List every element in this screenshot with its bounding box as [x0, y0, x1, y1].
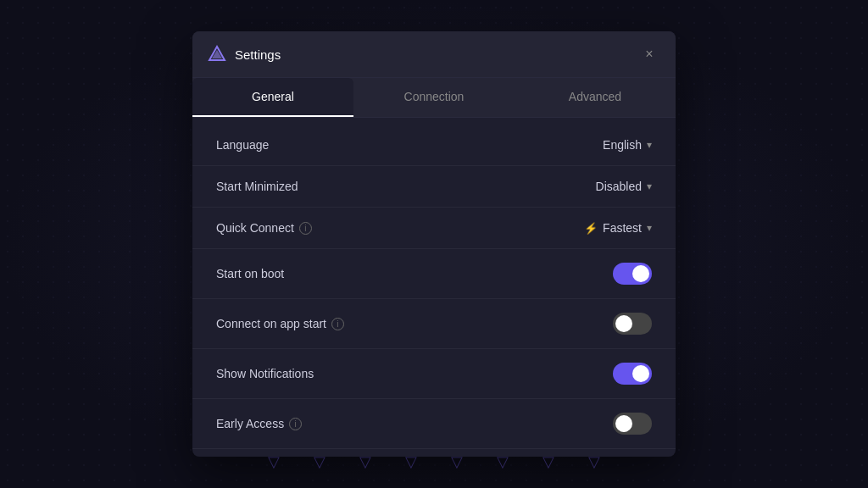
quick-connect-chevron-icon: ▾ — [647, 222, 652, 234]
tabs-bar: General Connection Advanced — [192, 78, 676, 118]
show-notifications-slider — [613, 363, 652, 385]
settings-content: Language English ▾ Start Minimized Disab… — [192, 118, 676, 457]
dialog-title-area: Settings — [208, 45, 281, 64]
start-on-boot-slider — [613, 263, 652, 285]
setting-row-quick-connect: Quick Connect i ⚡ Fastest ▾ — [192, 208, 676, 249]
start-minimized-value: Disabled — [596, 180, 642, 193]
connect-on-app-start-info-icon[interactable]: i — [331, 318, 344, 330]
start-minimized-chevron-icon: ▾ — [647, 180, 652, 192]
language-chevron-icon: ▾ — [647, 139, 652, 151]
setting-row-connect-on-app-start: Connect on app start i — [192, 299, 676, 349]
language-select[interactable]: English ▾ — [550, 138, 652, 152]
early-access-toggle[interactable] — [613, 413, 652, 435]
setting-row-start-minimized: Start Minimized Disabled ▾ — [192, 166, 676, 208]
show-notifications-label: Show Notifications — [216, 367, 314, 380]
tab-general[interactable]: General — [192, 78, 353, 117]
dialog-header: Settings × — [192, 31, 676, 78]
close-button[interactable]: × — [638, 43, 660, 65]
setting-row-language: Language English ▾ — [192, 125, 676, 166]
quick-connect-select[interactable]: ⚡ Fastest ▾ — [550, 221, 652, 235]
quick-connect-info-icon[interactable]: i — [299, 222, 312, 235]
language-label: Language — [216, 138, 269, 152]
fastest-bolt-icon: ⚡ — [584, 222, 598, 235]
quick-connect-value: Fastest — [603, 221, 642, 235]
settings-dialog: Settings × General Connection Advanced L… — [192, 31, 676, 457]
setting-row-show-notifications: Show Notifications — [192, 349, 676, 399]
start-on-boot-toggle[interactable] — [613, 263, 652, 285]
start-minimized-select[interactable]: Disabled ▾ — [550, 180, 652, 193]
quick-connect-label: Quick Connect i — [216, 221, 312, 235]
connect-on-app-start-label: Connect on app start i — [216, 317, 344, 330]
setting-row-early-access: Early Access i — [192, 399, 676, 449]
show-notifications-toggle[interactable] — [613, 363, 652, 385]
early-access-info-icon[interactable]: i — [289, 418, 302, 430]
early-access-label: Early Access i — [216, 417, 302, 430]
early-access-slider — [613, 413, 652, 435]
connect-on-app-start-toggle[interactable] — [613, 313, 652, 335]
start-minimized-label: Start Minimized — [216, 180, 298, 193]
start-on-boot-label: Start on boot — [216, 267, 284, 280]
language-value: English — [603, 138, 642, 152]
setting-row-automatic-updates: Automatic updates i — [192, 449, 676, 457]
tab-advanced[interactable]: Advanced — [515, 78, 676, 117]
dialog-title: Settings — [235, 47, 281, 62]
connect-on-app-start-slider — [613, 313, 652, 335]
vpn-logo-icon — [208, 45, 226, 64]
setting-row-start-on-boot: Start on boot — [192, 249, 676, 299]
tab-connection[interactable]: Connection — [353, 78, 515, 117]
